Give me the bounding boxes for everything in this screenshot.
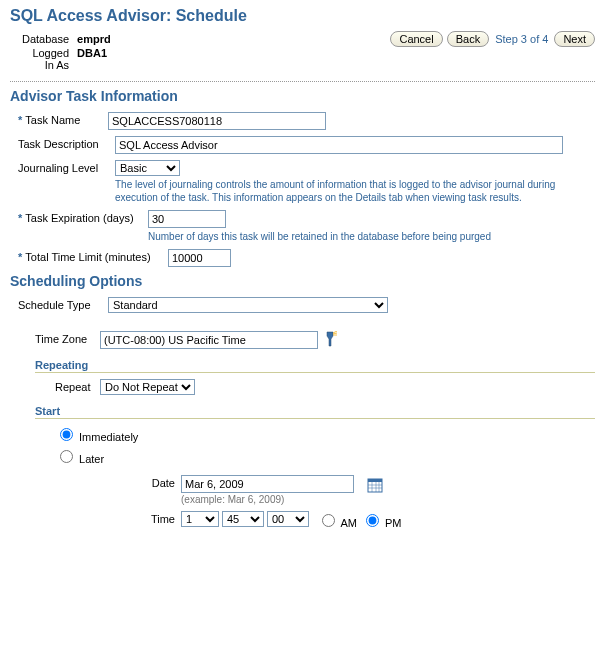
expiration-hint: Number of days this task will be retaine… [148,230,491,243]
task-desc-row: Task Description [18,136,595,154]
date-row: Date (example: Mar 6, 2009) [140,475,595,505]
date-input[interactable] [181,475,354,493]
db-value: emprd [77,33,117,45]
expiration-label: Task Expiration (days) [18,210,148,224]
start-options: Immediately Later Date (example: Mar 6, … [55,425,595,529]
expiration-row: Task Expiration (days) Number of days th… [18,210,595,243]
am-radio[interactable] [322,514,335,527]
nav-buttons: Cancel Back Step 3 of 4 Next [390,31,595,47]
step-indicator: Step 3 of 4 [493,33,550,45]
task-desc-input[interactable] [115,136,563,154]
time-sec-select[interactable]: 00 [267,511,309,527]
start-later-radio[interactable] [60,450,73,463]
start-immediately-radio[interactable] [60,428,73,441]
svg-rect-5 [368,479,382,482]
back-button[interactable]: Back [447,31,489,47]
schedule-type-label: Schedule Type [18,297,108,311]
schedule-type-select[interactable]: Standard [108,297,388,313]
timezone-label: Time Zone [35,331,100,345]
time-min-select[interactable]: 45 [222,511,264,527]
cancel-button[interactable]: Cancel [390,31,442,47]
start-immediately-option[interactable]: Immediately [55,431,138,443]
start-section: Start [35,405,595,419]
journaling-select[interactable]: Basic [115,160,180,176]
task-name-input[interactable] [108,112,326,130]
header-row: Database emprd Logged In As DBA1 Cancel … [10,31,595,73]
date-example: (example: Mar 6, 2009) [181,494,383,505]
journaling-hint: The level of journaling controls the amo… [115,178,560,204]
repeat-label: Repeat [55,379,100,393]
timezone-input[interactable] [100,331,318,349]
timelimit-label: Total Time Limit (minutes) [18,249,168,263]
time-label: Time [140,511,181,525]
pm-label: PM [385,517,402,529]
expiration-input[interactable] [148,210,226,228]
time-hour-select[interactable]: 1 [181,511,219,527]
calendar-icon[interactable] [367,477,383,493]
page-title: SQL Access Advisor: Schedule [10,7,595,25]
am-label: AM [340,517,357,529]
task-name-label: Task Name [18,112,108,126]
login-value: DBA1 [77,47,117,71]
timelimit-input[interactable] [168,249,231,267]
task-name-row: Task Name [18,112,595,130]
task-desc-label: Task Description [18,136,115,150]
repeating-section: Repeating [35,359,595,373]
timezone-row: Time Zone [35,331,595,349]
next-button[interactable]: Next [554,31,595,47]
time-row: Time 1 45 00 AM PM [140,511,595,529]
separator [10,81,595,82]
timelimit-row: Total Time Limit (minutes) [18,249,595,267]
journaling-row: Journaling Level Basic The level of jour… [18,160,595,204]
flashlight-icon[interactable] [322,331,338,347]
scheduling-section-title: Scheduling Options [10,273,595,289]
schedule-type-row: Schedule Type Standard [18,297,595,313]
journaling-label: Journaling Level [18,160,115,174]
am-option[interactable]: AM [317,511,357,529]
db-info: Database emprd Logged In As DBA1 [20,31,119,73]
start-later-label: Later [79,453,104,465]
start-later-option[interactable]: Later [55,453,104,465]
db-label: Database [22,33,75,45]
pm-radio[interactable] [366,514,379,527]
start-immediately-label: Immediately [79,431,138,443]
repeat-select[interactable]: Do Not Repeat [100,379,195,395]
svg-marker-0 [327,332,333,346]
pm-option[interactable]: PM [361,511,402,529]
date-label: Date [140,475,181,489]
advisor-task-section-title: Advisor Task Information [10,88,595,104]
repeat-row: Repeat Do Not Repeat [55,379,595,395]
login-label: Logged In As [22,47,75,71]
